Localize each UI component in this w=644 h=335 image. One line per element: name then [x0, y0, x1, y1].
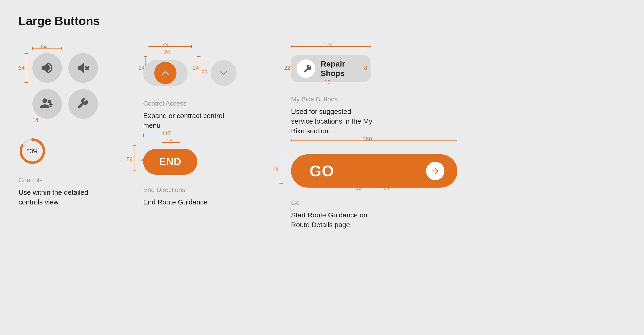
- dim-line-height: [26, 53, 26, 83]
- go-arrow-icon: [426, 162, 444, 180]
- repair-shops-button[interactable]: RepairShops: [291, 56, 370, 82]
- dim-inner-24-h: [158, 54, 180, 54]
- go-button[interactable]: GO: [291, 154, 457, 188]
- progress-label: 83%: [26, 148, 38, 155]
- dim-label-64-left: 64: [18, 65, 25, 71]
- expand-section: 73 24 24 24 56 16: [143, 42, 263, 86]
- dim-height-72: [281, 151, 281, 184]
- go-label-text: Go: [291, 199, 453, 206]
- add-group-button[interactable]: [32, 89, 62, 119]
- wrench-button[interactable]: [68, 89, 98, 119]
- mybike-column: 172 22 8 16 RepairShops My Bike Buttons …: [291, 42, 453, 230]
- dim-18-label: 18: [166, 138, 172, 144]
- go-desc: Start Route Guidance on Route Details pa…: [291, 210, 374, 230]
- dim-117-label: 117: [162, 130, 171, 137]
- repair-shops-section: 172 22 8 16 RepairShops: [291, 42, 453, 82]
- dim-172-label: 172: [324, 42, 333, 48]
- control-access-label: Control Access: [143, 100, 263, 107]
- end-section: 117 18 40 56 END: [143, 130, 263, 175]
- volume-off-button[interactable]: [68, 53, 98, 83]
- controls-column: 64 64 14: [18, 42, 116, 207]
- chevron-down-button[interactable]: [211, 60, 236, 86]
- dim-72-label: 72: [272, 166, 279, 172]
- dim-360-label: 360: [363, 136, 372, 142]
- end-directions-desc: End Route Guidance: [143, 197, 226, 207]
- dim-width-73: [148, 46, 192, 47]
- progress-ring: 83%: [18, 137, 46, 165]
- go-button-label: GO: [310, 162, 426, 180]
- end-button[interactable]: END: [143, 149, 197, 175]
- end-button-label: END: [159, 156, 181, 168]
- dim-width-360: [291, 140, 457, 141]
- dim-label-64-top: 64: [41, 44, 47, 50]
- control-access-desc: Expand or contract control menu: [143, 111, 226, 130]
- main-grid: 64 64 14: [18, 42, 626, 230]
- mybike-label: My Bike Buttons: [291, 96, 453, 103]
- control-access-column: 73 24 24 24 56 16: [143, 42, 263, 207]
- chevron-up-button[interactable]: [154, 62, 176, 84]
- page-title: Large Buttons: [18, 14, 626, 28]
- progress-ring-container: 83%: [18, 137, 116, 165]
- dim-line-width: [32, 48, 62, 48]
- dim-56-end-label: 56: [126, 156, 133, 163]
- dim-24-top: 24: [164, 49, 170, 56]
- repair-icon: [296, 60, 315, 78]
- controls-section-label: Controls: [18, 176, 116, 184]
- volume-on-button[interactable]: [32, 53, 62, 83]
- repair-shops-text: RepairShops: [320, 59, 345, 78]
- dim-width-172: [291, 46, 370, 47]
- controls-section-desc: Use within the detailed controls view.: [18, 188, 102, 207]
- mybike-desc: Used for suggested service locations in …: [291, 107, 374, 136]
- dim-inner-18: [162, 142, 180, 143]
- dim-height-56-end: [134, 145, 134, 171]
- dim-22-label: 22: [284, 65, 290, 71]
- expand-pill-button[interactable]: [143, 60, 188, 86]
- end-directions-label: End Directions: [143, 186, 263, 194]
- dim-73-label: 73: [162, 42, 168, 48]
- go-section: 360 72 16 138 20 24 GO: [291, 136, 453, 188]
- dim-width-117: [143, 135, 197, 136]
